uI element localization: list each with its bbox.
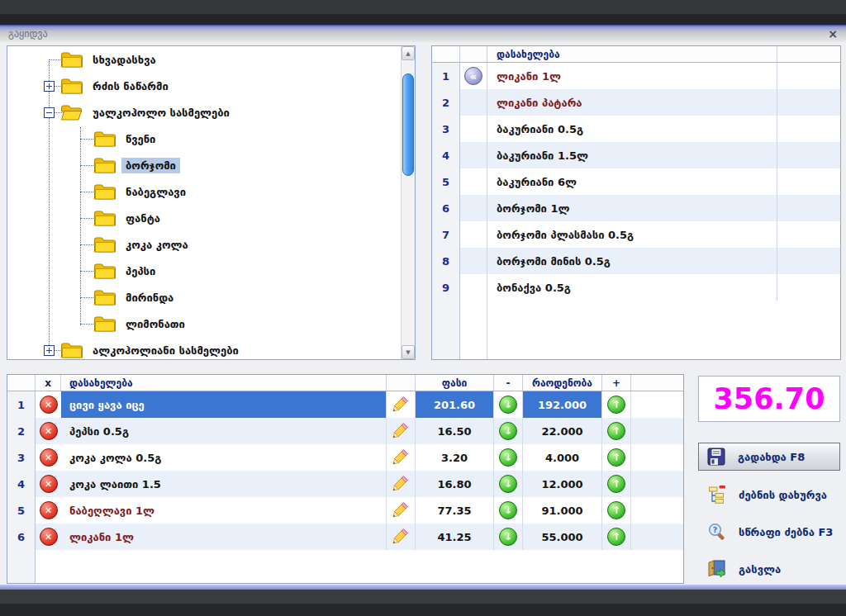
cart-increase-cell: ↑ <box>602 418 631 444</box>
exit-button[interactable]: გასვლა <box>698 557 840 581</box>
quick-search-button-label: სწრაფი ძებნა F3 <box>739 526 833 538</box>
delete-icon[interactable]: ✕ <box>40 475 58 493</box>
product-row-number: 4 <box>432 142 460 168</box>
delete-icon[interactable]: ✕ <box>40 528 58 546</box>
quick-search-button[interactable]: ?სწრაფი ძებნა F3 <box>698 519 840 544</box>
back-arrow-icon[interactable]: « <box>460 63 487 89</box>
scroll-down-icon[interactable]: ▼ <box>402 345 415 359</box>
products-header-blank <box>777 46 840 62</box>
tree-item[interactable]: მირინდა <box>7 284 401 310</box>
product-row[interactable]: 9ბონაქვა 0.5გ <box>432 274 840 301</box>
delete-icon[interactable]: ✕ <box>40 501 58 519</box>
pencil-icon[interactable] <box>392 422 409 441</box>
tree-item-label: კოკა კოლა <box>121 237 192 253</box>
cart-header-x: x <box>36 375 61 391</box>
tree-item[interactable]: ნაბეგლავი <box>7 178 401 205</box>
exit-button-label: გასვლა <box>739 563 781 576</box>
cart-edit-cell <box>387 418 416 444</box>
pencil-icon[interactable] <box>392 448 409 467</box>
tree-item[interactable]: ფანტა <box>7 205 401 231</box>
window-title: გაყიდვა <box>8 28 828 40</box>
cart-edit-cell <box>387 444 416 471</box>
expand-icon[interactable] <box>44 81 55 92</box>
tree-item[interactable]: ალკოჰოლიანი სასმელები <box>7 337 401 359</box>
cart-header-qty: რაოდენობა <box>523 375 602 391</box>
arrow-up-icon[interactable]: ↑ <box>607 501 625 519</box>
cart-item-name: ნაბეღლავი 1ლ <box>61 497 387 524</box>
cart-row-number: 4 <box>7 471 36 497</box>
cart-row[interactable]: 4✕კოკა ლაითი 1.516.80↓12.000↑ <box>7 471 683 497</box>
product-row[interactable]: 3ბაკურიანი 0.5გ <box>432 116 840 142</box>
cart-item-qty: 4.000 <box>523 444 602 471</box>
product-row[interactable]: 6ბორჯომი 1ლ <box>432 195 840 221</box>
cart-row[interactable]: 6✕ლიკანი 1ლ41.25↓55.000↑ <box>7 524 683 550</box>
cart-increase-cell: ↑ <box>602 497 631 524</box>
tree-item[interactable]: წვენი <box>7 126 401 152</box>
tree-item-label: სხვადასხვა <box>88 52 160 68</box>
product-row[interactable]: 7ბორჯომი პლასმასი 0.5გ <box>432 221 840 248</box>
product-icon-cell <box>460 116 487 142</box>
tree-item[interactable]: ბორჯომი <box>7 152 401 178</box>
arrow-up-icon[interactable]: ↑ <box>607 422 625 440</box>
tree-item-label: ფანტა <box>121 211 164 226</box>
close-search-button[interactable]: ძებნის დახურვა <box>698 482 840 507</box>
product-name: ბაკურიანი 0.5გ <box>487 116 777 142</box>
tree-item[interactable]: უალკოჰოლო სასმელები <box>7 99 401 126</box>
product-row[interactable]: 1«ლიკანი 1ლ <box>432 63 840 89</box>
pay-button[interactable]: გადახდა F8 <box>698 443 840 471</box>
arrow-up-icon[interactable]: ↑ <box>607 528 625 546</box>
product-row[interactable]: 4ბაკურიანი 1.5ლ <box>432 142 840 168</box>
product-row-number: 1 <box>432 63 460 89</box>
arrow-down-icon[interactable]: ↓ <box>499 475 517 493</box>
pencil-icon[interactable] <box>392 475 409 494</box>
collapse-icon[interactable] <box>44 107 55 118</box>
delete-icon[interactable]: ✕ <box>40 422 58 440</box>
scrollbar-thumb[interactable] <box>402 73 414 176</box>
tree-item-label: უალკოჰოლო სასმელები <box>88 105 234 121</box>
arrow-down-icon[interactable]: ↓ <box>499 448 517 467</box>
pencil-icon[interactable] <box>392 501 409 520</box>
product-row[interactable]: 8ბორჯომი მინის 0.5გ <box>432 248 840 274</box>
summary-buttons: გადახდა F8ძებნის დახურვა?სწრაფი ძებნა F3… <box>698 443 840 594</box>
folder-icon <box>93 183 116 201</box>
arrow-up-icon[interactable]: ↑ <box>607 448 625 467</box>
delete-icon[interactable]: ✕ <box>40 396 58 414</box>
arrow-down-icon[interactable]: ↓ <box>499 528 517 546</box>
arrow-down-icon[interactable]: ↓ <box>499 396 517 414</box>
folder-icon <box>93 210 116 227</box>
product-name: ბორჯომი პლასმასი 0.5გ <box>487 221 777 248</box>
product-row[interactable]: 2ლიკანი პატარა <box>432 89 840 116</box>
close-search-icon <box>706 484 728 505</box>
tree-item[interactable]: რძის ნაწარმი <box>7 73 401 99</box>
product-row-number: 5 <box>432 168 460 195</box>
cart-row[interactable]: 1✕ცივი ყავა იცე201.60↓192.000↑ <box>7 391 683 418</box>
tree-item[interactable]: ლიმონათი <box>7 310 401 337</box>
tree-scrollbar[interactable]: ▲ ▼ <box>401 46 415 359</box>
expand-icon[interactable] <box>44 345 55 356</box>
cart-row[interactable]: 3✕კოკა კოლა 0.5გ3.20↓4.000↑ <box>7 444 683 471</box>
tree-item[interactable]: პეპსი <box>7 258 401 284</box>
pencil-icon[interactable] <box>392 528 409 547</box>
tree-item[interactable]: სხვადასხვა <box>7 46 401 73</box>
cart-item-price: 3.20 <box>416 444 494 471</box>
pencil-icon[interactable] <box>392 396 409 415</box>
back-arrow-icon[interactable]: « <box>464 67 482 85</box>
delete-icon[interactable]: ✕ <box>40 448 58 467</box>
products-header-num <box>432 46 460 62</box>
tree-rows: სხვადასხვარძის ნაწარმიუალკოჰოლო სასმელებ… <box>7 46 401 359</box>
close-icon[interactable]: × <box>828 28 838 40</box>
product-row-number: 8 <box>432 248 460 274</box>
arrow-down-icon[interactable]: ↓ <box>499 501 517 519</box>
cart-delete-cell: ✕ <box>36 391 61 418</box>
folder-icon <box>60 78 83 95</box>
arrow-up-icon[interactable]: ↑ <box>607 475 625 493</box>
cart-row[interactable]: 5✕ნაბეღლავი 1ლ77.35↓91.000↑ <box>7 497 683 524</box>
arrow-down-icon[interactable]: ↓ <box>499 422 517 440</box>
cart-header: x დასახელება ფასი - რაოდენობა + <box>7 375 683 391</box>
scroll-up-icon[interactable]: ▲ <box>402 46 415 60</box>
product-row[interactable]: 5ბაკურიანი 6ლ <box>432 168 840 195</box>
total-amount: 356.70 <box>713 382 825 415</box>
arrow-up-icon[interactable]: ↑ <box>607 396 625 414</box>
cart-row[interactable]: 2✕პეპსი 0.5გ16.50↓22.000↑ <box>7 418 683 444</box>
tree-item[interactable]: კოკა კოლა <box>7 231 401 258</box>
